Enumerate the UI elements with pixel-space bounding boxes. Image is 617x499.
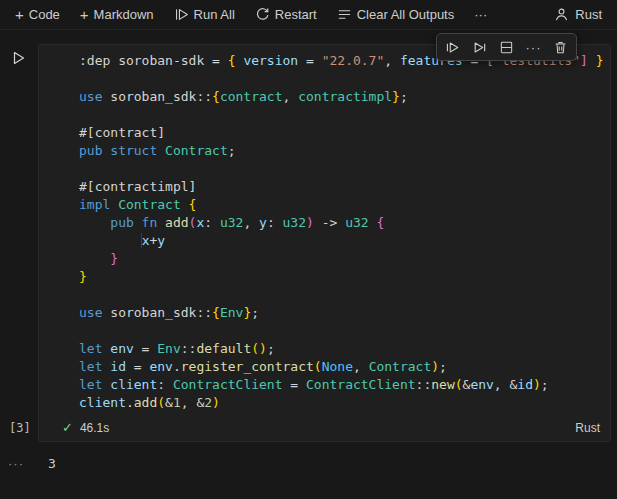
code-line[interactable]: pub struct Contract; — [79, 142, 604, 160]
output-more-button[interactable]: ··· — [8, 456, 24, 471]
code-line[interactable]: client.add(&1, &2) — [79, 394, 604, 412]
code-line[interactable]: #[contract] — [79, 124, 604, 142]
code-line[interactable] — [79, 70, 604, 88]
code-line[interactable]: let id = env.register_contract(None, Con… — [79, 358, 604, 376]
new-code-cell-button[interactable]: + Code — [8, 4, 67, 25]
code-line[interactable]: } — [79, 268, 604, 286]
run-all-label: Run All — [194, 7, 235, 22]
code-line[interactable]: x+y — [79, 232, 604, 250]
code-cell: [3] :dep soroban-sdk = { version = "22.0… — [0, 44, 611, 442]
code-line[interactable]: use soroban_sdk::{Env}; — [79, 304, 604, 322]
cell-status-bar: ✓ 46.1s Rust — [39, 417, 610, 441]
code-line[interactable]: let env = Env::default(); — [79, 340, 604, 358]
restart-icon — [255, 7, 270, 22]
run-all-button[interactable]: Run All — [167, 4, 242, 25]
success-check-icon: ✓ — [62, 420, 73, 435]
code-editor[interactable]: :dep soroban-sdk = { version = "22.0.7",… — [39, 45, 610, 417]
code-line[interactable]: pub fn add(x: u32, y: u32) -> u32 { — [79, 214, 604, 232]
kernel-picker[interactable]: Rust — [547, 4, 609, 25]
plus-icon: + — [15, 9, 24, 20]
execution-duration: 46.1s — [80, 421, 109, 435]
restart-kernel-button[interactable]: Restart — [248, 4, 324, 25]
output-value: 3 — [38, 456, 56, 471]
restart-label: Restart — [275, 7, 317, 22]
code-line[interactable]: let client: ContractClient = ContractCli… — [79, 376, 604, 394]
code-lines: :dep soroban-sdk = { version = "22.0.7",… — [79, 52, 604, 412]
split-cell-button[interactable] — [494, 36, 519, 58]
code-line[interactable]: use soroban_sdk::{contract, contractimpl… — [79, 88, 604, 106]
clear-all-outputs-button[interactable]: Clear All Outputs — [330, 4, 462, 25]
run-cell-button[interactable] — [9, 49, 27, 67]
code-line[interactable]: #[contractimpl] — [79, 178, 604, 196]
clear-all-outputs-icon — [337, 7, 352, 22]
clear-all-outputs-label: Clear All Outputs — [357, 7, 455, 22]
code-line[interactable] — [79, 322, 604, 340]
execute-below-icon — [472, 40, 487, 55]
execute-above-icon — [445, 40, 460, 55]
code-line[interactable] — [79, 160, 604, 178]
output-gutter: ··· — [0, 454, 38, 472]
trash-icon — [553, 40, 568, 55]
code-line[interactable] — [79, 286, 604, 304]
code-line[interactable] — [79, 106, 604, 124]
cell-output: ··· 3 — [0, 454, 617, 472]
cell-container: :dep soroban-sdk = { version = "22.0.7",… — [38, 44, 611, 442]
cell-toolbar: ··· — [436, 33, 577, 61]
plus-icon: + — [80, 9, 89, 20]
split-cell-icon — [499, 40, 514, 55]
execute-above-button[interactable] — [440, 36, 465, 58]
execute-below-button[interactable] — [467, 36, 492, 58]
toolbar-more-button[interactable]: ··· — [467, 4, 494, 25]
run-all-icon — [174, 7, 189, 22]
cell-gutter: [3] — [0, 44, 38, 442]
kernel-label: Rust — [575, 7, 602, 22]
cell-more-actions-button[interactable]: ··· — [521, 36, 546, 58]
code-line[interactable]: } — [79, 250, 604, 268]
execution-count: [3] — [9, 421, 31, 435]
code-line[interactable]: impl Contract { — [79, 196, 604, 214]
more-icon: ··· — [526, 40, 542, 55]
notebook-toolbar: + Code + Markdown Run All Restart Clear … — [0, 0, 617, 30]
new-markdown-cell-label: Markdown — [94, 7, 154, 22]
more-icon: ··· — [474, 7, 487, 22]
delete-cell-button[interactable] — [548, 36, 573, 58]
person-icon — [554, 7, 569, 22]
cell-language-picker[interactable]: Rust — [575, 421, 600, 435]
new-code-cell-label: Code — [29, 7, 60, 22]
new-markdown-cell-button[interactable]: + Markdown — [73, 4, 161, 25]
